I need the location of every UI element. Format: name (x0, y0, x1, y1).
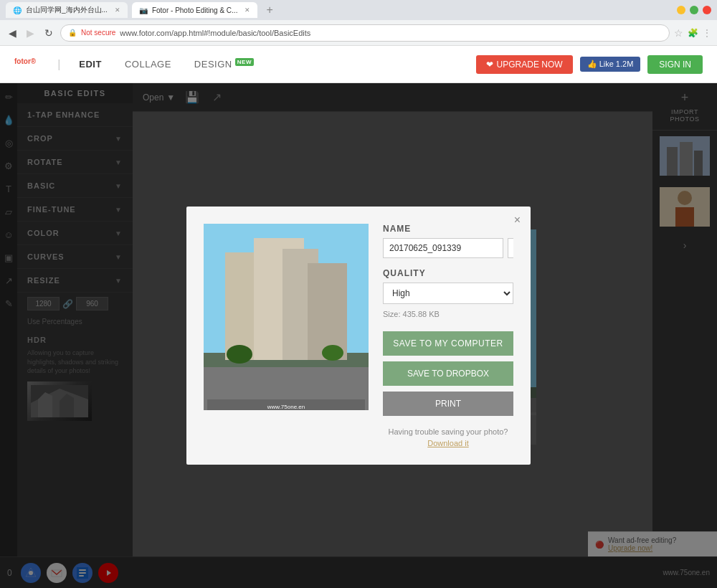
save-modal: × www.75one.en (186, 207, 531, 465)
quality-label: QUALITY (383, 268, 513, 278)
trouble-text: Having trouble saving your photo? (383, 427, 513, 436)
name-field-row: jpg png (383, 238, 513, 258)
new-badge: NEW (235, 58, 254, 66)
modal-controls: NAME jpg png QUALITY High Medium Low Siz… (383, 224, 513, 447)
url-text: www.fotor.com/app.html#!module/basic/too… (120, 29, 310, 37)
svg-point-45 (227, 345, 252, 364)
quality-select[interactable]: High Medium Low (383, 283, 513, 304)
main-layout: ✏ 💧 ◎ ⚙ T ▱ ☺ ▣ ↗ ✎ BASIC EDITS 1-TAP EN… (0, 83, 717, 588)
browser-title-bar: 🌐 台山同学网_海内外台山... ✕ 📷 Fotor - Photo Editi… (0, 0, 717, 20)
new-tab-btn[interactable]: + (266, 4, 272, 16)
save-computer-btn[interactable]: SAVE TO MY COMPUTER (383, 331, 513, 356)
preview-svg: www.75one.en (204, 224, 369, 410)
menu-btn[interactable]: ⋮ (703, 28, 711, 38)
nav-edit[interactable]: EDIT (67, 59, 113, 70)
bookmark-btn[interactable]: ☆ (674, 27, 683, 39)
modal-close-btn[interactable]: × (514, 214, 521, 227)
heart-icon: ❤ (486, 60, 493, 70)
save-dropbox-btn[interactable]: SAVE TO DROPBOX (383, 361, 513, 386)
app-nav: EDIT COLLAGE DESIGN NEW (67, 59, 265, 70)
signin-btn[interactable]: SIGN IN (647, 55, 703, 74)
security-icon: 🔒 (68, 29, 77, 37)
extensions-btn[interactable]: 🧩 (688, 28, 698, 38)
close-btn[interactable] (703, 6, 711, 14)
name-label: NAME (383, 224, 513, 234)
filename-input[interactable] (383, 238, 503, 258)
back-btn[interactable]: ◀ (6, 26, 19, 40)
upgrade-btn[interactable]: ❤ UPGRADE NOW (476, 55, 573, 74)
app-header: fotor® | EDIT COLLAGE DESIGN NEW ❤ UPGRA… (0, 46, 717, 83)
size-info: Size: 435.88 KB (383, 310, 513, 318)
fb-like-btn[interactable]: 👍 Like 1.2M (580, 57, 641, 72)
not-secure-label: Not secure (81, 29, 115, 37)
browser-tab-1[interactable]: 🌐 台山同学网_海内外台山... ✕ (6, 2, 128, 18)
print-btn[interactable]: PRINT (383, 392, 513, 416)
svg-rect-43 (308, 263, 347, 360)
address-bar[interactable]: 🔒 Not secure www.fotor.com/app.html#!mod… (60, 24, 670, 42)
reload-btn[interactable]: ↻ (42, 26, 56, 40)
svg-text:www.75one.en: www.75one.en (267, 404, 305, 410)
browser-nav-bar: ◀ ▶ ↻ 🔒 Not secure www.fotor.com/app.htm… (0, 20, 717, 46)
logo-symbol: ® (31, 57, 36, 65)
modal-overlay: × www.75one.en (0, 83, 717, 588)
window-controls (677, 6, 711, 14)
tab-close-2[interactable]: ✕ (244, 6, 250, 14)
format-select[interactable]: jpg png (508, 238, 513, 258)
minimize-btn[interactable] (677, 6, 685, 14)
browser-tab-2[interactable]: 📷 Fotor - Photo Editing & C... ✕ (132, 2, 258, 18)
forward-btn[interactable]: ▶ (24, 26, 37, 40)
tab-close-1[interactable]: ✕ (115, 6, 120, 14)
download-link[interactable]: Download it (383, 439, 513, 447)
maximize-btn[interactable] (690, 6, 698, 14)
svg-point-46 (322, 345, 343, 361)
nav-collage[interactable]: COLLAGE (113, 59, 183, 70)
header-right: ❤ UPGRADE NOW 👍 Like 1.2M SIGN IN (476, 55, 703, 74)
nav-design[interactable]: DESIGN NEW (183, 59, 265, 70)
nav-divider: | (57, 58, 60, 71)
modal-image-preview: www.75one.en (204, 224, 369, 410)
logo: fotor® (14, 55, 36, 74)
